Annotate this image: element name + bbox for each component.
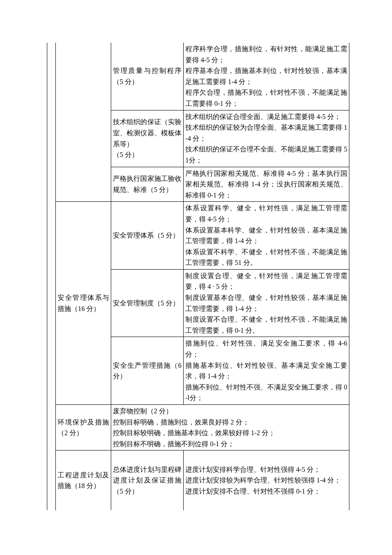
subitem-cell: 管理质量与控制程序（5 分） [111,43,184,110]
criteria-text: 制度设置合理、健全，针对性强，满足施工管理需要，得 4 · 5 分； 制度设置基… [185,272,347,334]
subitem-label: 管理质量与控制程序（5 分） [113,67,182,85]
criteria-text: 程序科学合理，措施到位，有针对性，能满足施工需要得 4-5 分； 程序基本合理，… [185,45,347,107]
subitem-cell: 安全管理制度（5 分） [111,269,184,337]
criteria-cell: 程序科学合理，措施到位，有针对性，能满足施工需要得 4-5 分； 程序基本合理，… [184,43,349,110]
subitem-cell: 安全管理体系（5 分） [111,202,184,270]
category-cell-safety: 安全管理体系与措施（16 分） [56,202,111,405]
category-cell-blank [56,43,111,202]
table-row: 环境保护及措施（2 分） 废弃物控制（2 分） 控制目标明确，措施到位，效果良好… [47,405,349,450]
criteria-text: 技术组织的保证合理全面、满足施工需要得 4-5 分； 技术组织的保证较为合理全面… [185,113,347,164]
criteria-cell: 严格执行国家相关规范、标准得 4-5 分；基本执行国家相关规范、标准得 1-4 … [184,167,349,202]
subitem-label: 安全管理体系（5 分） [113,232,179,239]
category-cell-schedule: 工程进度计划及措施（18 分） [56,450,111,510]
criteria-cell: 体系设置科学、健全，针对性强，满足施工管理需要，得 4-5 分； 体系设置基本科… [184,202,349,270]
criteria-text: 废弃物控制（2 分） 控制目标明确，措施到位，效果良好得 2 分； 控制目标较明… [113,407,275,447]
table-row: 管理质量与控制程序（5 分） 程序科学合理，措施到位，有针对性，能满足施工需要得… [47,43,349,110]
table-row: 工程进度计划及措施（18 分） 总体进度计划与里程碑进度计划及保证措施（5 分）… [47,450,349,510]
criteria-text: 进度计划安排科学合理、针对性强得 4-5 分； 进度计划安排较为科学合理、针对性… [185,466,341,495]
criteria-cell: 技术组织的保证合理全面、满足施工需要得 4-5 分； 技术组织的保证较为合理全面… [184,110,349,167]
category-label: 环境保护及措施（2 分） [58,418,109,437]
subitem-label: 安全生产管理措施（6 分） [113,362,182,380]
merged-criteria-cell: 废弃物控制（2 分） 控制目标明确，措施到位，效果良好得 2 分； 控制目标较明… [111,405,349,450]
criteria-cell: 制度设置合理、健全，针对性强，满足施工管理需要，得 4 · 5 分； 制度设置基… [184,269,349,337]
criteria-text: 措施到位、针对性强、满足安全施工要求，得 4-6 分； 措施基本到位、针对性较强… [185,340,347,401]
table-row: 安全管理体系与措施（16 分） 安全管理体系（5 分） 体系设置科学、健全，针对… [47,202,349,270]
criteria-cell: 进度计划安排科学合理、针对性强得 4-5 分； 进度计划安排较为科学合理、针对性… [184,450,349,510]
category-cell-environment: 环境保护及措施（2 分） [56,405,111,450]
scoring-table: 管理质量与控制程序（5 分） 程序科学合理，措施到位，有针对性，能满足施工需要得… [47,43,349,510]
subitem-label: 总体进度计划与里程碑进度计划及保证措施（5 分） [113,466,182,495]
criteria-text: 严格执行国家相关规范、标准得 4-5 分；基本执行国家相关规范、标准得 1-4 … [185,170,347,199]
subitem-cell: 安全生产管理措施（6 分） [111,337,184,405]
criteria-text: 体系设置科学、健全，针对性强，满足施工管理需要，得 4-5 分； 体系设置基本科… [185,204,347,266]
category-label: 安全管理体系与措施（16 分） [58,294,109,312]
subitem-cell: 严格执行国家施工验收规范、标准（5 分） [111,167,184,202]
category-label: 工程进度计划及措施（18 分） [58,471,109,490]
subitem-cell: 总体进度计划与里程碑进度计划及保证措施（5 分） [111,450,184,510]
left-spine-cell [47,43,56,510]
subitem-label: 技术组织的保证（实验室、检测仪器、模板体系等） （5 分） [113,118,182,158]
criteria-cell: 措施到位、针对性强、满足安全施工要求，得 4-6 分； 措施基本到位、针对性较强… [184,337,349,405]
subitem-cell: 技术组织的保证（实验室、检测仪器、模板体系等） （5 分） [111,110,184,167]
subitem-label: 严格执行国家施工验收规范、标准（5 分） [113,175,182,193]
subitem-label: 安全管理制度（5 分） [113,299,179,307]
